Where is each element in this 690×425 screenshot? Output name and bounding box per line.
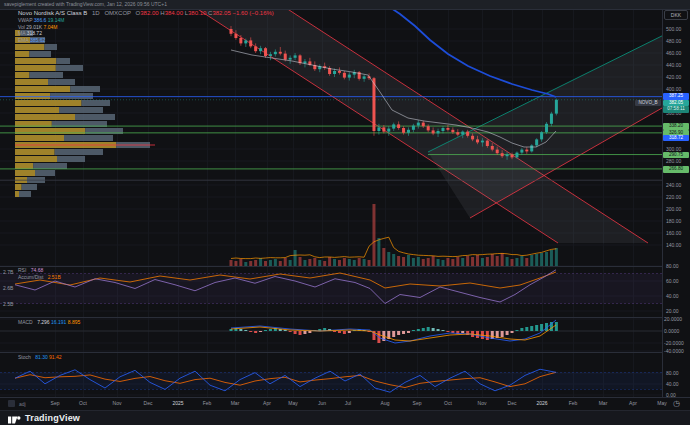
price-tick: 440.00: [666, 62, 681, 68]
macd-tick: 20.0000: [664, 316, 682, 322]
time-axis-label: Dec: [508, 400, 517, 406]
time-axis-label: Sep: [51, 400, 60, 406]
macd-legend[interactable]: MACD 7.296 16.191 8.895: [18, 319, 80, 325]
indicator-value: 81.30: [35, 354, 49, 360]
overlay-legend-row[interactable]: Vol 29.01K 7.04M: [18, 24, 274, 31]
price-tick: 220.00: [666, 194, 681, 200]
price-tick: 500.00: [666, 26, 681, 32]
overlay-label: MA: [18, 30, 27, 36]
footer-brand[interactable]: TradingView: [25, 413, 80, 423]
price-tick: 200.00: [666, 206, 681, 212]
price-tick: 160.00: [666, 230, 681, 236]
ohlc-value: 380.10: [188, 10, 208, 16]
rsi-legend[interactable]: RSI 74.68: [18, 267, 43, 273]
price-badge: 338.20: [663, 123, 689, 130]
overlay-label: EMA: [18, 37, 30, 43]
rsi-left-tick: 2.5B: [3, 301, 13, 307]
indicator-value: 8.895: [68, 319, 81, 325]
indicator-value: 91.42: [49, 354, 62, 360]
ohlc-value: 382.05: [212, 10, 232, 16]
rsi-tick: 60.00: [666, 278, 679, 284]
time-axis-label: May: [657, 400, 666, 406]
price-badge: 387.25: [663, 93, 689, 100]
time-axis-label: Oct: [444, 400, 452, 406]
ohlc-value: 382.00: [140, 10, 160, 16]
change-value: −1.60 (−0.16%): [232, 10, 273, 16]
overlay-legend-row[interactable]: MA 318.72: [18, 30, 274, 37]
adjust-toggle[interactable]: adj: [19, 401, 26, 407]
rsi-tick: 80.00: [666, 263, 679, 269]
time-axis-label: Mar: [599, 400, 608, 406]
time-axis-label: Nov: [478, 400, 487, 406]
price-badge: 290.75: [663, 152, 689, 159]
overlay-value: 29.01K: [26, 24, 43, 30]
interval-label[interactable]: 1D: [92, 10, 100, 16]
date-range-icon[interactable]: [8, 400, 15, 407]
macd-tick: -20.0000: [664, 340, 684, 346]
price-tick: 140.00: [666, 242, 681, 248]
ohlc-values: O382.00 H384.00 L380.10 C382.05: [136, 10, 233, 16]
stoch-tick: 40.00: [666, 381, 679, 387]
overlay-legend-row[interactable]: EMA 385.62: [18, 37, 274, 44]
price-tick: 240.00: [666, 182, 681, 188]
time-axis-label: Nov: [113, 400, 122, 406]
time-axis-label: Apr: [629, 400, 637, 406]
footer-bar: TradingView: [0, 410, 690, 425]
time-axis-label: Jun: [318, 400, 326, 406]
price-tick: 400.00: [666, 86, 681, 92]
price-badge: 266.80: [663, 166, 689, 173]
price-tick: 280.00: [666, 158, 681, 164]
rsi-tick: 40.00: [666, 293, 679, 299]
chart-canvas[interactable]: [0, 0, 690, 425]
overlay-label: VWAP: [18, 17, 34, 23]
symbol-title[interactable]: Novo Nordisk A/S Class B: [18, 10, 87, 16]
stoch-tick: 80.00: [666, 370, 679, 376]
time-axis-label: Feb: [203, 400, 212, 406]
time-axis-label: Dec: [144, 400, 153, 406]
timezone-clock-icon[interactable]: ◷: [673, 399, 680, 409]
overlay-value: 19.14M: [48, 17, 65, 23]
stoch-tick: 0.00: [666, 392, 676, 398]
time-axis-label: 2026: [536, 400, 547, 406]
overlay-value: 7.04M: [44, 24, 58, 30]
overlay-legend-row[interactable]: VWAP 386.6 19.14M: [18, 17, 274, 24]
time-axis-label: Sep: [413, 400, 422, 406]
time-axis-label: Mar: [231, 400, 240, 406]
ohlc-value: 384.00: [165, 10, 185, 16]
rsi-pane: [0, 270, 662, 304]
macd-tick: -40.0000: [664, 348, 684, 354]
rsi-left-tick: 2.7B: [3, 269, 13, 275]
price-badge: 07:58:11: [663, 106, 689, 113]
rsi-tick: 20.00: [666, 308, 679, 314]
price-tick: 480.00: [666, 38, 681, 44]
overlay-value: 385.62: [30, 37, 45, 43]
time-axis-label: Apr: [263, 400, 271, 406]
symbol-legend[interactable]: Novo Nordisk A/S Class B 1D OMXCOP O382.…: [18, 10, 274, 43]
time-axis-label: Aug: [381, 400, 390, 406]
volume-histogram: [230, 204, 558, 266]
overlay-value: 386.6: [34, 17, 48, 23]
time-axis-label: 2025: [172, 400, 183, 406]
indicator-legend-rows: VWAP 386.6 19.14M Vol 29.01K 7.04M MA 31…: [18, 17, 274, 43]
currency-button[interactable]: DKK: [664, 10, 688, 20]
indicator-value: 7.296: [37, 319, 51, 325]
tradingview-chart-window: savepiglement created with TradingView.c…: [0, 0, 690, 425]
macd-tick: 0.0000: [664, 328, 679, 334]
time-axis-label: Feb: [569, 400, 578, 406]
price-tick: 420.00: [666, 74, 681, 80]
price-tick: 460.00: [666, 50, 681, 56]
indicator-value: 16.191: [51, 319, 68, 325]
overlay-value: 318.72: [27, 30, 42, 36]
price-tick: 180.00: [666, 218, 681, 224]
symbol-price-tag: NOVO_B: [635, 100, 661, 106]
stoch-legend[interactable]: Stoch 81.30 91.42: [18, 354, 62, 360]
price-badge: 318.72: [663, 135, 689, 142]
time-axis-label: Jul: [345, 400, 351, 406]
stoch-pane: [0, 369, 662, 392]
accum-dist-legend[interactable]: Accum/Dist 2.51B: [18, 274, 61, 280]
tradingview-logo-icon[interactable]: [8, 413, 21, 424]
time-axis-label: Oct: [79, 400, 87, 406]
exchange-label: OMXCOP: [104, 10, 131, 16]
rsi-left-tick: 2.6B: [3, 285, 13, 291]
time-axis-label: May: [288, 400, 297, 406]
